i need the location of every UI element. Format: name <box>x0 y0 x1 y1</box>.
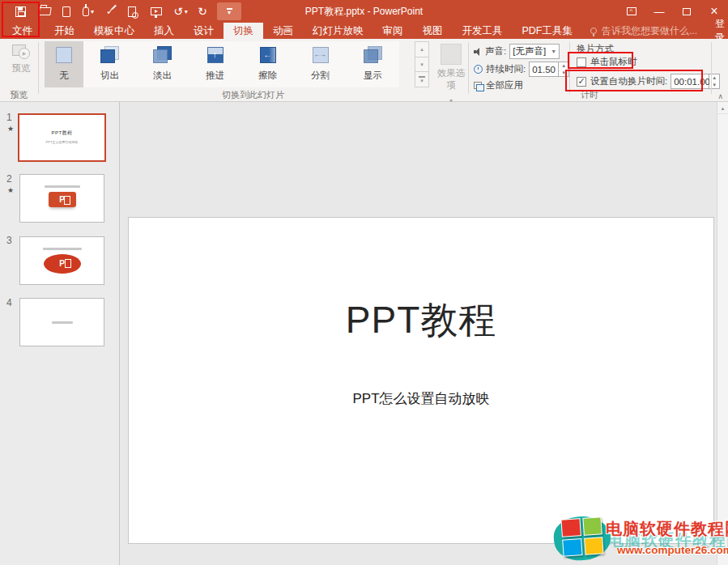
maximize-icon[interactable] <box>673 0 700 23</box>
gallery-expand-icon[interactable] <box>415 72 429 87</box>
effect-options-icon <box>441 44 462 65</box>
transition-gallery: 无 切出 淡出 推进 擦除 分割 <box>45 41 399 87</box>
save-icon[interactable] <box>8 2 32 21</box>
preview-group-label: 预览 <box>0 89 38 101</box>
start-slideshow-icon[interactable] <box>144 2 168 21</box>
title-bar: PPT教程.pptx - PowerPoint — × <box>0 0 728 23</box>
chevron-down-icon: ▼ <box>547 49 556 54</box>
tab-view[interactable]: 视图 <box>413 23 453 39</box>
transition-push[interactable]: 推进 <box>189 41 241 87</box>
spin-up-icon[interactable]: ▲ <box>559 62 568 70</box>
sound-label: 声音: <box>485 45 506 57</box>
close-icon[interactable]: × <box>700 0 728 23</box>
transition-reveal[interactable]: 显示 <box>347 41 399 87</box>
on-mouse-click-checkbox[interactable] <box>577 57 586 67</box>
customize-qat-button[interactable] <box>217 2 241 21</box>
transition-split[interactable]: 分割 <box>294 41 347 87</box>
scroll-up-icon[interactable] <box>717 102 728 114</box>
duration-label: 持续时间: <box>486 63 526 75</box>
tab-transitions[interactable]: 切换 <box>224 23 263 39</box>
slide-canvas[interactable]: PPT教程 PPT怎么设置自动放映 <box>128 217 714 544</box>
group-divider <box>38 42 39 94</box>
watermark-logo-icon <box>560 516 603 556</box>
powerpoint-window: PPT教程.pptx - PowerPoint — × 文件 开始 模板中心 插… <box>0 0 728 565</box>
powerpoint-logo-ellipse-icon <box>44 254 81 274</box>
transition-star-icon[interactable] <box>7 125 14 133</box>
minimize-icon[interactable]: — <box>645 0 673 23</box>
transition-wipe-icon <box>258 46 279 66</box>
ribbon-tab-bar: 文件 开始 模板中心 插入 设计 切换 动画 幻灯片放映 审阅 视图 开发工具 … <box>0 23 728 39</box>
auto-advance-checkbox[interactable] <box>577 77 586 87</box>
transition-cut[interactable]: 切出 <box>83 41 136 87</box>
thumbnail-text-placeholder <box>43 248 82 250</box>
sound-icon <box>474 48 482 56</box>
transition-wipe[interactable]: 擦除 <box>241 41 294 87</box>
on-mouse-click-option[interactable]: 单击鼠标时 <box>577 56 637 68</box>
transition-split-icon <box>310 46 331 66</box>
watermark-site-name: 电脑软硬件教程网 <box>606 518 728 540</box>
tab-pdf-tools[interactable]: PDF工具集 <box>513 23 583 39</box>
advance-slide-title: 换片方式 <box>577 43 614 55</box>
clock-icon <box>474 65 483 74</box>
slide-subtitle[interactable]: PPT怎么设置自动放映 <box>129 389 713 408</box>
tab-file[interactable]: 文件 <box>0 23 45 39</box>
transition-fade-icon <box>152 46 173 66</box>
proofing-icon[interactable] <box>100 2 120 21</box>
duration-row: 持续时间: 01.50 ▲▼ <box>474 62 569 77</box>
tab-template-center[interactable]: 模板中心 <box>84 23 144 39</box>
vertical-scrollbar[interactable] <box>717 102 728 565</box>
collapse-ribbon-icon[interactable] <box>717 92 723 100</box>
transition-group-label: 切换到此幻灯片 <box>38 89 468 101</box>
preview-button[interactable]: 预览 <box>6 43 36 88</box>
watermark-url: www.computer26.com <box>617 544 728 556</box>
slide-thumbnail-panel: 1 PPT教程 PPT怎么设置自动放映 2 3 4 <box>0 102 120 565</box>
tell-me-text: 告诉我您想要做什么... <box>602 24 697 38</box>
tab-developer[interactable]: 开发工具 <box>453 23 513 39</box>
transition-none-icon <box>53 46 75 66</box>
watermark: 电脑软硬件教程网 电脑软硬件教程网 www.computer26.com <box>554 508 728 565</box>
tab-home[interactable]: 开始 <box>45 23 84 39</box>
open-icon[interactable] <box>32 2 57 21</box>
auto-advance-time-input[interactable]: 00:01.00 <box>671 74 709 89</box>
transition-reveal-icon <box>363 46 384 66</box>
ribbon: 预览 预览 无 切出 淡出 推进 擦除 <box>0 39 728 102</box>
effect-options-label: 效果选项 <box>434 67 468 91</box>
slide-thumbnail-2[interactable] <box>19 174 104 223</box>
tab-design[interactable]: 设计 <box>184 23 224 39</box>
slide-thumbnail-1[interactable]: PPT教程 PPT怎么设置自动放映 <box>18 113 106 162</box>
print-preview-icon[interactable] <box>120 2 144 21</box>
sound-row: 声音: [无声音]▼ <box>474 44 560 59</box>
tab-animations[interactable]: 动画 <box>263 23 303 39</box>
slide-thumbnail-3[interactable] <box>19 236 104 285</box>
slide-title[interactable]: PPT教程 <box>129 295 713 346</box>
gallery-scroll-up-icon[interactable] <box>415 41 429 57</box>
gallery-scroll <box>415 41 429 87</box>
thumbnail-text-placeholder <box>45 185 80 188</box>
quick-access-toolbar <box>0 2 241 21</box>
tab-review[interactable]: 审阅 <box>373 23 413 39</box>
sound-select[interactable]: [无声音]▼ <box>509 44 560 59</box>
redo-icon[interactable] <box>193 2 212 21</box>
duration-input[interactable]: 01.50 <box>529 62 559 77</box>
transition-none[interactable]: 无 <box>45 41 83 87</box>
tab-slideshow[interactable]: 幻灯片放映 <box>303 23 373 39</box>
powerpoint-logo-icon <box>49 192 76 207</box>
preview-icon <box>12 45 30 59</box>
touch-mouse-mode-icon[interactable] <box>76 2 100 21</box>
ribbon-display-options-icon[interactable] <box>618 0 645 23</box>
slide-number: 3 <box>6 235 12 246</box>
transition-fade[interactable]: 淡出 <box>136 41 189 87</box>
effect-options-button[interactable]: 效果选项 <box>434 42 468 89</box>
transition-cut-icon <box>100 46 121 66</box>
duration-stepper[interactable]: ▲▼ <box>559 62 569 77</box>
transition-star-icon[interactable] <box>7 186 14 194</box>
auto-advance-option[interactable]: 设置自动换片时间: 00:01.00 ▲▼ <box>577 74 720 89</box>
undo-icon[interactable] <box>168 2 193 21</box>
gallery-scroll-down-icon[interactable] <box>415 57 429 73</box>
new-document-icon[interactable] <box>57 2 76 21</box>
slide-editor-area: PPT教程 PPT怎么设置自动放映 <box>121 102 717 565</box>
tab-insert[interactable]: 插入 <box>144 23 184 39</box>
spin-down-icon[interactable]: ▼ <box>559 70 568 77</box>
tell-me-box[interactable]: 告诉我您想要做什么... <box>582 23 705 39</box>
slide-thumbnail-4[interactable] <box>19 298 104 346</box>
